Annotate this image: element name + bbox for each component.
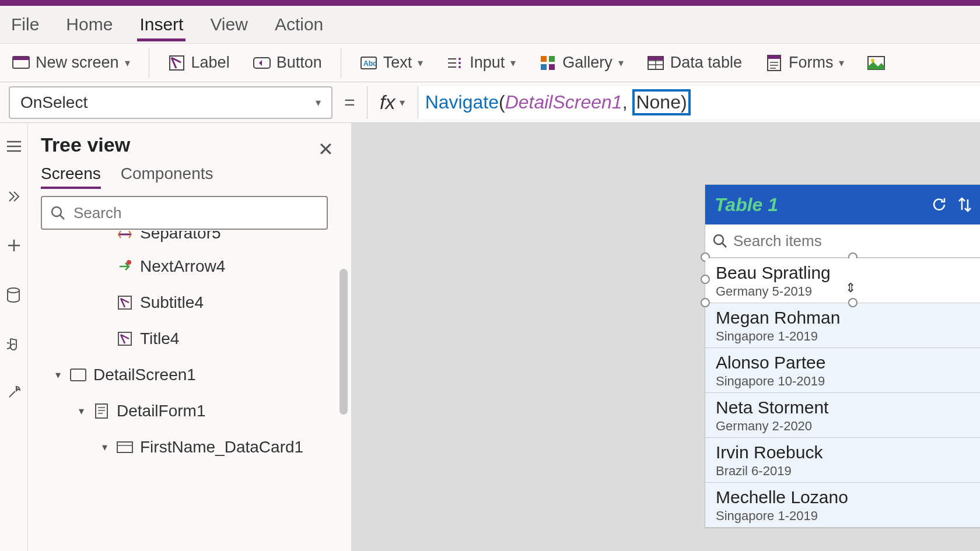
- tree-search[interactable]: [41, 196, 328, 230]
- list-item-title: Mechelle Lozano: [716, 487, 974, 507]
- table-icon: [647, 55, 664, 71]
- chevron-down-icon: ▾: [418, 57, 423, 69]
- menu-home[interactable]: Home: [64, 8, 115, 41]
- selection-handle[interactable]: [701, 298, 710, 307]
- svg-point-8: [459, 66, 461, 68]
- app-header: Table 1: [705, 185, 980, 224]
- app-search-row[interactable]: [705, 224, 980, 258]
- text-label: Text: [383, 54, 412, 72]
- tab-screens[interactable]: Screens: [41, 164, 101, 189]
- menu-file[interactable]: File: [9, 8, 41, 41]
- chevron-down-icon: ▾: [125, 57, 130, 69]
- list-item-title: Neta Storment: [716, 398, 974, 417]
- list-item-subtitle: Germany 2-2020: [716, 419, 974, 434]
- separator: [341, 48, 341, 78]
- data-icon[interactable]: [7, 287, 21, 301]
- svg-rect-14: [648, 57, 663, 60]
- tree-node-label: Subtitle4: [140, 293, 204, 312]
- app-search-input[interactable]: [733, 232, 977, 250]
- tools-icon[interactable]: [7, 385, 21, 399]
- data-table-label: Data table: [670, 54, 742, 72]
- scrollbar[interactable]: [340, 269, 348, 415]
- chevron-down-icon[interactable]: ▾: [52, 368, 63, 381]
- left-rail: [0, 123, 28, 551]
- insert-icon[interactable]: [7, 238, 21, 252]
- tab-components[interactable]: Components: [121, 164, 214, 189]
- tree-node[interactable]: ▾DetailForm1: [41, 393, 343, 429]
- svg-rect-11: [541, 64, 547, 70]
- property-name: OnSelect: [20, 93, 88, 112]
- property-selector[interactable]: OnSelect ▾: [9, 86, 332, 119]
- formula-input[interactable]: Navigate(DetailScreen1, None): [418, 86, 980, 119]
- formula-arg1: DetailScreen1: [505, 92, 622, 113]
- equals-sign: =: [344, 92, 355, 113]
- data-table-button[interactable]: Data table: [643, 51, 746, 74]
- button-icon: [253, 55, 271, 71]
- tree-node[interactable]: Separator5: [41, 231, 343, 243]
- menu-view[interactable]: View: [208, 8, 250, 41]
- chevron-down-icon: ▾: [400, 96, 405, 109]
- app-preview: Table 1 Beau SpratlingGermany 5-2019⇕Meg…: [705, 184, 980, 528]
- refresh-icon[interactable]: [929, 195, 949, 215]
- main-area: Tree view ✕ Screens Components Separator…: [0, 123, 980, 551]
- svg-rect-24: [71, 369, 86, 381]
- chevron-down-icon[interactable]: ▾: [76, 405, 86, 417]
- app-title: Table 1: [715, 194, 923, 216]
- tree-node-label: Separator5: [140, 231, 221, 243]
- svg-point-21: [127, 260, 131, 265]
- svg-rect-1: [13, 57, 29, 60]
- tree-view-icon[interactable]: [7, 189, 21, 203]
- svg-text:Abc: Abc: [363, 59, 377, 68]
- list-item[interactable]: Megan RohmanSingapore 1-2019: [705, 303, 980, 348]
- search-icon: [712, 233, 727, 248]
- fx-button[interactable]: fx ▾: [367, 86, 418, 119]
- tree-node[interactable]: Subtitle4: [41, 285, 343, 321]
- text-icon: [117, 294, 133, 311]
- button-button[interactable]: Button: [250, 51, 326, 74]
- canvas[interactable]: Table 1 Beau SpratlingGermany 5-2019⇕Meg…: [352, 123, 980, 551]
- media-rail-icon[interactable]: [7, 336, 21, 350]
- button-text: Button: [276, 54, 322, 72]
- list-item[interactable]: Neta StormentGermany 2-2020: [705, 393, 980, 438]
- tree-tabs: Screens Components: [41, 164, 343, 189]
- menu-insert[interactable]: Insert: [137, 8, 186, 41]
- chevron-down-icon[interactable]: ▾: [99, 441, 110, 454]
- svg-rect-25: [96, 404, 107, 418]
- menu-action[interactable]: Action: [272, 8, 326, 41]
- media-button[interactable]: [864, 53, 888, 73]
- tree-node[interactable]: DataCardValue4: [41, 465, 343, 470]
- input-icon: [446, 55, 464, 71]
- tree-node[interactable]: NextArrow4: [41, 248, 343, 285]
- list-item[interactable]: Irvin RoebuckBrazil 6-2019: [705, 438, 980, 483]
- separator-icon: [117, 231, 133, 243]
- selection-handle[interactable]: [701, 275, 710, 284]
- forms-button[interactable]: Forms ▾: [762, 51, 848, 74]
- tree-node-label: DetailForm1: [117, 402, 205, 420]
- list-item[interactable]: Mechelle LozanoSingapore 1-2019: [705, 483, 980, 528]
- tree-node[interactable]: ▾FirstName_DataCard1: [41, 429, 343, 465]
- tree-node[interactable]: Title4: [41, 321, 343, 357]
- tree-node[interactable]: ▾DetailScreen1: [41, 357, 343, 393]
- list-item-subtitle: Singapore 10-2019: [716, 374, 974, 389]
- forms-icon: [765, 55, 783, 71]
- hamburger-icon[interactable]: [7, 141, 21, 155]
- svg-rect-10: [549, 56, 555, 62]
- sort-icon[interactable]: [955, 195, 975, 215]
- svg-rect-12: [549, 64, 555, 70]
- list-item-subtitle: Singapore 1-2019: [716, 508, 974, 524]
- gallery-label: Gallery: [562, 54, 612, 72]
- svg-point-18: [871, 59, 874, 62]
- close-icon[interactable]: ✕: [318, 138, 334, 160]
- text-button[interactable]: Abc Text ▾: [356, 51, 427, 74]
- gallery-button[interactable]: Gallery ▾: [536, 51, 627, 74]
- new-screen-button[interactable]: New screen ▾: [9, 51, 134, 74]
- ribbon: New screen ▾ Label Button Abc Text ▾ Inp…: [0, 44, 980, 82]
- tree-search-input[interactable]: [74, 204, 318, 222]
- list-item[interactable]: Alonso ParteeSingapore 10-2019: [705, 348, 980, 393]
- label-button[interactable]: Label: [164, 51, 233, 74]
- input-button[interactable]: Input ▾: [443, 51, 519, 74]
- selection-handle[interactable]: [848, 298, 858, 307]
- tree-view-title: Tree view: [41, 134, 343, 156]
- list-item[interactable]: Beau SpratlingGermany 5-2019⇕: [705, 258, 980, 303]
- tree-node-label: DetailScreen1: [93, 366, 196, 384]
